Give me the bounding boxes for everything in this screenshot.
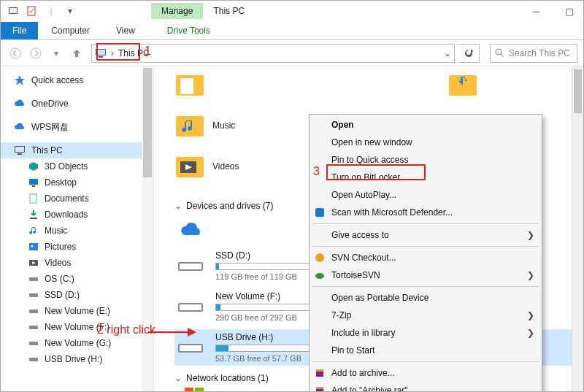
chevron-down-icon: ⌄ — [174, 373, 182, 383]
svg-rect-22 — [29, 277, 38, 281]
folder-label: Videos — [212, 161, 239, 172]
sidebar-item-downloads[interactable]: Downloads — [1, 207, 153, 223]
svg-point-49 — [315, 273, 324, 279]
ctx-item-7zip[interactable]: 7-Zip❯ — [310, 307, 542, 324]
maximize-button[interactable]: ▢ — [560, 2, 579, 20]
navigation-pane: Quick access OneDrive WPS网盘 This PC 3D O… — [1, 66, 154, 392]
ctx-separator — [312, 246, 539, 247]
ctx-item-open-new-window[interactable]: Open in new window — [310, 134, 542, 151]
svg-rect-17 — [30, 218, 37, 219]
sidebar-item-videos[interactable]: Videos — [1, 255, 153, 271]
folder-tile-downloads[interactable] — [447, 71, 575, 99]
sidebar-item-ssd-d[interactable]: SSD (D:) — [1, 287, 153, 303]
ctx-label: Scan with Microsoft Defender... — [331, 207, 453, 218]
nav-recent-dropdown[interactable]: ▾ — [47, 45, 65, 62]
ctx-label: Include in library — [331, 328, 395, 338]
sidebar-item-3d-objects[interactable]: 3D Objects — [1, 158, 153, 174]
address-segment-this-pc[interactable]: This PC — [118, 48, 150, 58]
this-pc-icon — [95, 47, 107, 59]
ctx-item-turn-on-bitlocker[interactable]: Turn on BitLocker — [310, 169, 542, 186]
ribbon-tab-drive-tools[interactable]: Drive Tools — [157, 22, 220, 39]
sidebar-item-label: Music — [45, 226, 67, 236]
search-input[interactable]: Search This PC — [490, 44, 577, 63]
svg-rect-53 — [316, 387, 323, 389]
nav-back-button[interactable] — [7, 45, 24, 62]
folder-tile-documents[interactable] — [174, 71, 301, 99]
ctx-item-pin-quick-access[interactable]: Pin to Quick access — [310, 151, 542, 169]
qat-properties-icon[interactable] — [24, 3, 40, 19]
usb-drive-icon — [177, 338, 206, 357]
sidebar-item-label: Videos — [45, 258, 71, 268]
ctx-label: 7-Zip — [331, 310, 351, 320]
ctx-item-add-to-archive[interactable]: Add to archive... — [310, 364, 542, 382]
ctx-item-open-autoplay[interactable]: Open AutoPlay... — [310, 186, 542, 204]
nav-up-button[interactable] — [68, 45, 85, 62]
ctx-label: Turn on BitLocker — [331, 172, 400, 182]
refresh-button[interactable] — [458, 44, 480, 63]
sidebar-item-label: New Volume (E:) — [45, 306, 110, 316]
drive-name: USB Drive (H:) — [215, 332, 318, 342]
folder-tile-music[interactable]: Music — [174, 112, 301, 139]
svg-rect-18 — [29, 243, 38, 250]
svg-rect-26 — [29, 342, 38, 345]
sidebar-quick-access[interactable]: Quick access — [1, 72, 153, 88]
sidebar-wps[interactable]: WPS网盘 — [1, 119, 153, 135]
submenu-arrow-icon: ❯ — [527, 328, 534, 338]
ctx-item-add-to-archive-rar[interactable]: Add to "Archive.rar" — [310, 382, 542, 392]
drive-subtext: 119 GB free of 119 GB — [215, 272, 318, 281]
ctx-item-svn-checkout[interactable]: SVN Checkout... — [310, 249, 542, 266]
ribbon-file-tab[interactable]: File — [1, 22, 38, 39]
sidebar-this-pc[interactable]: This PC — [1, 142, 153, 158]
sidebar-item-os-c[interactable]: OS (C:) — [1, 271, 153, 287]
drive-icon — [28, 354, 39, 364]
ribbon-tab-view[interactable]: View — [103, 22, 148, 39]
ctx-item-pin-to-start[interactable]: Pin to Start — [310, 342, 542, 359]
ribbon-tab-computer[interactable]: Computer — [38, 22, 103, 39]
svg-rect-13 — [18, 153, 22, 155]
ctx-separator — [312, 223, 539, 224]
sidebar-item-desktop[interactable]: Desktop — [1, 174, 153, 191]
sidebar-item-documents[interactable]: Documents — [1, 191, 153, 207]
sidebar-item-usb-drive-h[interactable]: USB Drive (H:) — [1, 351, 153, 367]
svg-point-19 — [31, 245, 34, 247]
folder-icon — [174, 71, 205, 99]
folder-tile-videos[interactable]: Videos — [174, 153, 320, 180]
download-icon — [28, 210, 39, 220]
content-scrollbar[interactable] — [572, 66, 583, 392]
svg-rect-25 — [29, 326, 38, 329]
ctx-item-open-as-portable[interactable]: Open as Portable Device — [310, 289, 542, 307]
ctx-item-include-in-library[interactable]: Include in library❯ — [310, 324, 542, 342]
sidebar-item-new-volume-g[interactable]: New Volume (G:) — [1, 335, 153, 351]
qat-dropdown-icon[interactable]: ▾ — [62, 3, 78, 19]
svg-rect-43 — [185, 388, 193, 392]
svg-point-4 — [31, 48, 41, 58]
sidebar-scrollbar[interactable] — [142, 66, 153, 392]
address-chevron-icon[interactable]: › — [111, 48, 114, 58]
drive-usage-bar — [215, 263, 318, 270]
sidebar-item-new-volume-e[interactable]: New Volume (E:) — [1, 303, 153, 319]
minimize-button[interactable]: ─ — [526, 2, 545, 20]
sidebar-item-label: Desktop — [45, 177, 77, 188]
ctx-item-tortoisesvn[interactable]: TortoiseSVN❯ — [310, 266, 542, 284]
sidebar-item-music[interactable]: Music — [1, 223, 153, 239]
address-history-dropdown[interactable]: ⌄ — [444, 48, 451, 58]
drive-icon — [28, 290, 39, 300]
svg-rect-24 — [29, 310, 38, 313]
star-icon — [14, 74, 26, 86]
ctx-item-open[interactable]: Open — [310, 116, 542, 134]
window-title: This PC — [213, 6, 245, 16]
sidebar-item-new-volume-f[interactable]: New Volume (F:) — [1, 319, 153, 335]
svg-rect-1 — [9, 8, 17, 13]
ctx-item-scan-defender[interactable]: Scan with Microsoft Defender... — [310, 204, 542, 221]
ctx-item-give-access-to[interactable]: Give access to❯ — [310, 226, 542, 244]
svn-icon — [314, 252, 326, 264]
address-bar[interactable]: › This PC ⌄ — [91, 44, 455, 63]
sidebar-onedrive[interactable]: OneDrive — [1, 96, 153, 112]
submenu-arrow-icon: ❯ — [527, 270, 534, 280]
sidebar-item-pictures[interactable]: Pictures — [1, 239, 153, 255]
nav-forward-button[interactable] — [27, 45, 45, 62]
videos-icon — [28, 258, 39, 268]
ctx-label: Open AutoPlay... — [331, 190, 396, 200]
drive-subtext: 53.7 GB free of 57.7 GB — [215, 354, 318, 363]
ctx-label: Open — [331, 120, 354, 130]
